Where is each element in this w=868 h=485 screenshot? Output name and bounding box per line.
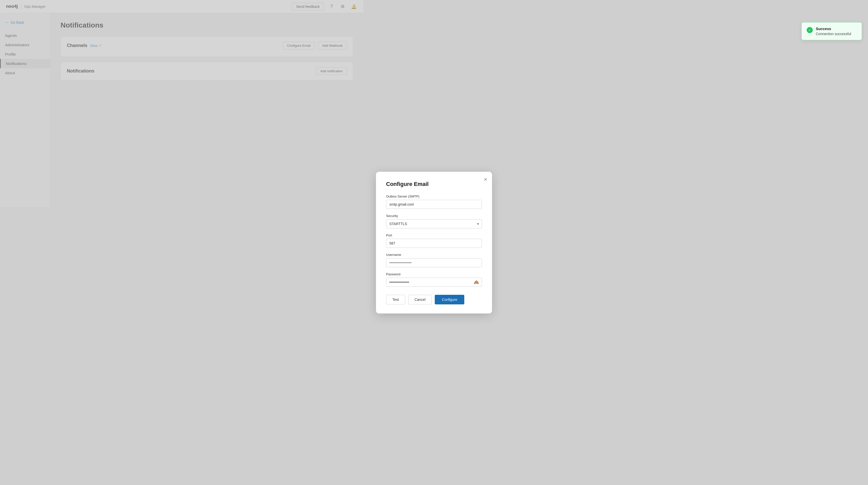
modal-overlay: Configure Email × Outbox Server (SMTP) S…: [0, 0, 363, 207]
